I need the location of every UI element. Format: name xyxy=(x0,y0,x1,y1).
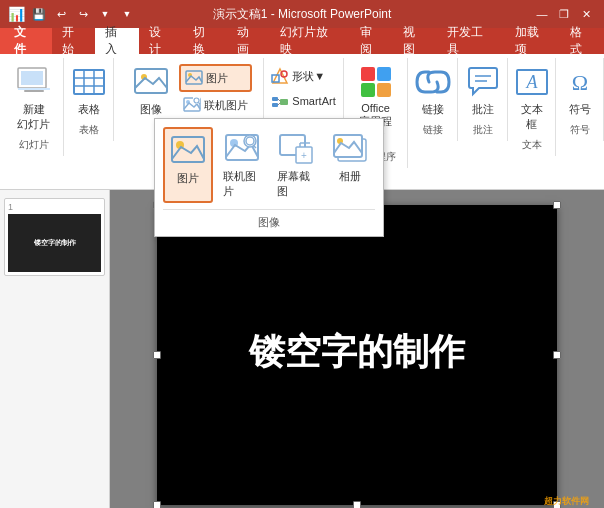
handle-bl[interactable] xyxy=(153,501,161,508)
svg-rect-44 xyxy=(272,97,278,101)
textbox-button[interactable]: A 文本框 xyxy=(506,60,558,136)
slide-main-text: 镂空字的制作 xyxy=(249,328,465,377)
smartart-label: SmartArt xyxy=(292,95,335,107)
link-label: 链接 xyxy=(422,102,444,117)
dropdown-clipart-label: 联机图片 xyxy=(223,169,261,199)
menu-review[interactable]: 审阅 xyxy=(350,28,394,54)
slide-canvas[interactable]: 镂空字的制作 xyxy=(157,205,557,505)
shapes-button[interactable]: 形状▼ xyxy=(267,64,339,88)
link-icon xyxy=(415,64,451,100)
text-group-label: 文本 xyxy=(522,138,542,152)
table-icon xyxy=(71,64,107,100)
symbol-button[interactable]: Ω 符号 xyxy=(554,60,605,121)
svg-rect-46 xyxy=(280,99,288,105)
clipart-label: 联机图片 xyxy=(204,98,248,113)
window-title: 演示文稿1 - Microsoft PowerPoint xyxy=(213,6,392,23)
svg-rect-45 xyxy=(272,103,278,107)
comment-label: 批注 xyxy=(472,102,494,117)
link-button[interactable]: 链接 xyxy=(407,60,459,121)
clipart-icon xyxy=(183,96,201,114)
shapes-icon xyxy=(271,67,289,85)
svg-rect-54 xyxy=(377,67,391,81)
qa-redo-icon[interactable]: ↪ xyxy=(75,6,91,22)
dropdown-screenshot-label: 屏幕截图 xyxy=(277,169,315,199)
slide-num-1: 1 xyxy=(8,202,101,212)
minimize-button[interactable]: — xyxy=(532,5,552,23)
ribbon-group-symbols: Ω 符号 符号 xyxy=(556,58,604,141)
restore-button[interactable]: ❐ xyxy=(554,5,574,23)
comment-icon xyxy=(465,64,501,100)
dropdown-separator xyxy=(163,209,375,210)
dropdown-screenshot-button[interactable]: + 屏幕截图 xyxy=(271,127,321,203)
table-button[interactable]: 表格 xyxy=(63,60,115,121)
window-controls: — ❐ ✕ xyxy=(532,5,596,23)
handle-mr[interactable] xyxy=(553,351,561,359)
svg-rect-4 xyxy=(74,70,104,94)
office-apps-icon xyxy=(358,64,394,100)
dropdown-album-button[interactable]: 相册 xyxy=(325,127,375,203)
qa-undo-icon[interactable]: ↩ xyxy=(53,6,69,22)
image-large-label: 图像 xyxy=(140,102,162,117)
slide-svg-icon xyxy=(16,64,52,100)
svg-rect-3 xyxy=(18,88,50,90)
qa-customize-icon[interactable]: ▼ xyxy=(97,6,113,22)
symbol-label: 符号 xyxy=(569,102,591,117)
menu-design[interactable]: 设计 xyxy=(139,28,183,54)
svg-rect-55 xyxy=(361,83,375,97)
image-large-icon xyxy=(133,64,169,100)
menu-home[interactable]: 开始 xyxy=(52,28,96,54)
picture-label: 图片 xyxy=(206,71,228,86)
menu-developer[interactable]: 开发工具 xyxy=(437,28,504,54)
close-button[interactable]: ✕ xyxy=(576,5,596,23)
dropdown-picture-label: 图片 xyxy=(177,171,199,186)
clipart-button[interactable]: 联机图片 xyxy=(179,93,252,117)
smartart-button[interactable]: SmartArt xyxy=(267,89,339,113)
dropdown-album-label: 相册 xyxy=(339,169,361,184)
ribbon-group-text: A 文本框 文本 xyxy=(508,58,556,156)
slide-thumb-text-1: 镂空字的制作 xyxy=(34,238,76,248)
qa-other-icon[interactable]: ▼ xyxy=(119,6,135,22)
menu-transitions[interactable]: 切换 xyxy=(183,28,227,54)
qa-save-icon[interactable]: 💾 xyxy=(31,6,47,22)
menu-view[interactable]: 视图 xyxy=(393,28,437,54)
ribbon-group-comments: 批注 批注 xyxy=(458,58,508,141)
image-large-button[interactable]: 图像 xyxy=(125,60,177,121)
dropdown-clipart-button[interactable]: 联机图片 xyxy=(217,127,267,203)
comment-button[interactable]: 批注 xyxy=(457,60,509,121)
svg-rect-53 xyxy=(361,67,375,81)
menu-file[interactable]: 文件 xyxy=(0,28,52,54)
textbox-icon: A xyxy=(514,64,550,100)
new-slide-icon xyxy=(16,64,52,100)
svg-line-48 xyxy=(278,103,280,105)
menu-slideshow[interactable]: 幻灯片放映 xyxy=(270,28,349,54)
shapes-label: 形状▼ xyxy=(292,69,325,84)
main-canvas: 镂空字的制作 超力软件网www.3500.cc xyxy=(110,190,604,508)
symbols-group-label: 符号 xyxy=(570,123,590,137)
svg-text:A: A xyxy=(525,72,538,92)
quick-access-toolbar: 📊 💾 ↩ ↪ ▼ ▼ xyxy=(8,6,135,22)
ribbon-groups: 新建幻灯片 幻灯片 表格 xyxy=(4,58,600,187)
handle-tr[interactable] xyxy=(553,201,561,209)
table-group-label: 表格 xyxy=(79,123,99,137)
picture-dropdown: 图片 xyxy=(154,118,384,237)
new-slide-button[interactable]: 新建幻灯片 xyxy=(8,60,60,136)
ribbon-group-table: 表格 表格 xyxy=(64,58,114,141)
slide-thumb-inner-1: 镂空字的制作 xyxy=(8,214,101,272)
slide-thumb-1[interactable]: 1 镂空字的制作 xyxy=(4,198,105,276)
menu-addins[interactable]: 加载项 xyxy=(505,28,561,54)
app-icon: 📊 xyxy=(8,6,25,22)
comments-group-label: 批注 xyxy=(473,123,493,137)
picture-button[interactable]: 图片 xyxy=(179,64,252,92)
watermark: 超力软件网www.3500.cc xyxy=(544,495,600,508)
menu-animations[interactable]: 动画 xyxy=(227,28,271,54)
handle-bm[interactable] xyxy=(353,501,361,508)
menu-format[interactable]: 格式 xyxy=(560,28,604,54)
dropdown-picture-button[interactable]: 图片 xyxy=(163,127,213,203)
menu-insert[interactable]: 插入 xyxy=(95,28,139,54)
dropdown-album-icon xyxy=(332,131,368,167)
links-group-label: 链接 xyxy=(423,123,443,137)
svg-rect-56 xyxy=(377,83,391,97)
svg-rect-2 xyxy=(24,90,44,92)
app-body: 1 镂空字的制作 镂空字的制作 超力软件网www.3500.cc xyxy=(0,190,604,508)
handle-ml[interactable] xyxy=(153,351,161,359)
